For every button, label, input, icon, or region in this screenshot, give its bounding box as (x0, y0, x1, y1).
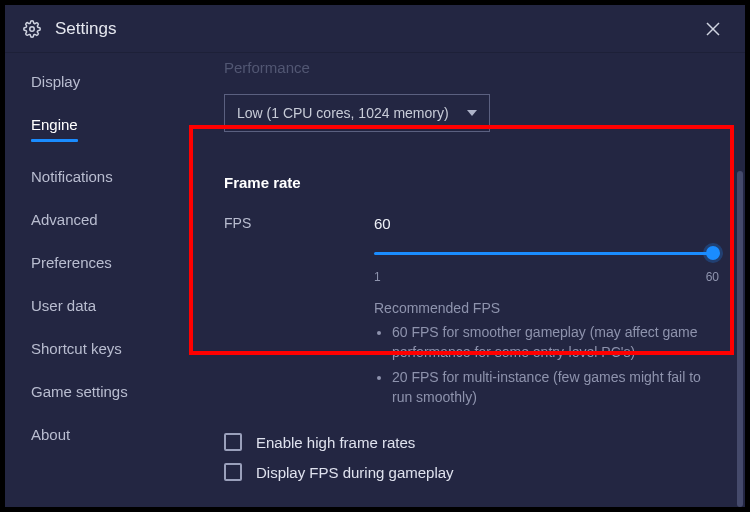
sidebar-item-label: About (31, 426, 70, 443)
close-button[interactable] (699, 15, 727, 43)
sidebar-item-shortcut-keys[interactable]: Shortcut keys (31, 340, 122, 357)
sidebar-item-advanced[interactable]: Advanced (31, 211, 98, 228)
titlebar: Settings (5, 5, 745, 53)
window-title: Settings (55, 19, 699, 39)
chevron-down-icon (467, 110, 477, 116)
scrollbar[interactable] (737, 171, 743, 507)
settings-window: Settings Display Engine Notifications Ad… (5, 5, 745, 507)
performance-label: Performance (224, 59, 719, 76)
display-fps-row: Display FPS during gameplay (224, 463, 719, 481)
sidebar-item-label: Advanced (31, 211, 98, 228)
window-body: Display Engine Notifications Advanced Pr… (5, 53, 745, 507)
recommended-item: 60 FPS for smoother gameplay (may affect… (392, 322, 719, 363)
display-fps-checkbox[interactable] (224, 463, 242, 481)
checkbox-label: Enable high frame rates (256, 434, 415, 451)
sidebar-item-label: Notifications (31, 168, 113, 185)
sidebar-item-user-data[interactable]: User data (31, 297, 96, 314)
fps-value: 60 (374, 215, 719, 232)
recommended-item: 20 FPS for multi-instance (few games mig… (392, 367, 719, 408)
slider-thumb[interactable] (706, 246, 720, 260)
enable-high-frame-rates-row: Enable high frame rates (224, 433, 719, 451)
performance-dropdown[interactable]: Low (1 CPU cores, 1024 memory) (224, 94, 490, 132)
sidebar-item-label: Preferences (31, 254, 112, 271)
slider-track (374, 252, 719, 255)
slider-min: 1 (374, 270, 381, 284)
sidebar-item-label: Shortcut keys (31, 340, 122, 357)
checkbox-label: Display FPS during gameplay (256, 464, 454, 481)
slider-range-labels: 1 60 (374, 270, 719, 284)
fps-label: FPS (224, 215, 374, 411)
frame-rate-section: Frame rate FPS 60 1 60 Recommended (224, 174, 719, 411)
sidebar: Display Engine Notifications Advanced Pr… (5, 53, 200, 507)
sidebar-item-display[interactable]: Display (31, 73, 80, 90)
sidebar-item-label: User data (31, 297, 96, 314)
sidebar-item-label: Display (31, 73, 80, 90)
sidebar-item-label: Game settings (31, 383, 128, 400)
section-title: Frame rate (224, 174, 719, 191)
svg-point-0 (30, 26, 35, 31)
sidebar-item-about[interactable]: About (31, 426, 70, 443)
gear-icon (23, 20, 41, 38)
recommended-list: 60 FPS for smoother gameplay (may affect… (374, 322, 719, 407)
sidebar-item-game-settings[interactable]: Game settings (31, 383, 128, 400)
sidebar-item-notifications[interactable]: Notifications (31, 168, 113, 185)
dropdown-value: Low (1 CPU cores, 1024 memory) (237, 105, 449, 121)
fps-row: FPS 60 1 60 Recommended FPS (224, 215, 719, 411)
sidebar-item-engine[interactable]: Engine (31, 116, 78, 142)
sidebar-item-label: Engine (31, 116, 78, 133)
recommended-title: Recommended FPS (374, 300, 719, 316)
enable-high-frame-rates-checkbox[interactable] (224, 433, 242, 451)
main-panel: Performance Low (1 CPU cores, 1024 memor… (200, 53, 745, 507)
sidebar-item-preferences[interactable]: Preferences (31, 254, 112, 271)
slider-max: 60 (706, 270, 719, 284)
fps-slider[interactable] (374, 244, 719, 264)
